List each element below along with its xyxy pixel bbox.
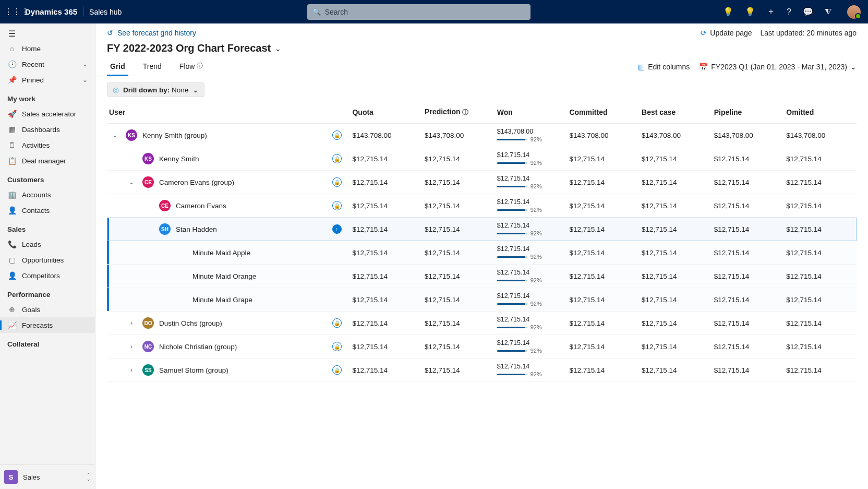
table-row[interactable]: Minute Maid Grape $12,715.14 $12,715.14 … (107, 288, 857, 312)
chat-icon[interactable]: 💬 (803, 7, 813, 17)
expand-icon[interactable]: ⌄ (126, 178, 137, 186)
lock-icon[interactable]: 🔒 (332, 365, 342, 375)
sidebar-item[interactable]: 🚀Sales accelerator (0, 106, 95, 122)
column-header[interactable]: Omitted (784, 102, 857, 124)
table-row[interactable]: ⌄CECameron Evans (group) 🔒 $12,715.14 $1… (107, 171, 857, 194)
period-selector[interactable]: 📅FY2023 Q1 (Jan 01, 2023 - Mar 31, 2023)… (699, 63, 857, 71)
sidebar-item[interactable]: 🏢Accounts (0, 187, 95, 202)
table-row[interactable]: Minute Maid Apple $12,715.14 $12,715.14 … (107, 241, 857, 265)
tab-flow[interactable]: Flowⓘ (176, 57, 207, 76)
row-name: Minute Maid Grape (192, 296, 252, 304)
expand-icon[interactable]: › (126, 366, 137, 374)
cell-bestcase: $12,715.14 (640, 265, 712, 288)
lock-icon[interactable]: 🔒 (332, 130, 342, 140)
sidebar-item[interactable]: ▢Opportunities (0, 252, 95, 268)
global-search[interactable]: 🔍 (307, 4, 531, 20)
table-row[interactable]: ›DODustin Ochs (group) 🔒 $12,715.14 $12,… (107, 312, 857, 335)
column-header[interactable]: Prediction ⓘ (423, 102, 495, 124)
history-link[interactable]: ↺ See forecast grid history (107, 29, 196, 37)
cell-committed: $12,715.14 (567, 288, 640, 312)
expand-icon[interactable]: › (126, 343, 137, 350)
cell-pipeline: $12,715.14 (712, 194, 785, 218)
info-icon: ⓘ (462, 109, 468, 116)
lock-icon[interactable]: 🔒 (332, 342, 342, 351)
nav-icon: 🏢 (7, 190, 17, 199)
table-row[interactable]: Minute Maid Orange $12,715.14 $12,715.14… (107, 265, 857, 288)
nav-label: Leads (22, 241, 41, 248)
column-header[interactable]: Best case (640, 102, 712, 124)
cell-pipeline: $12,715.14 (712, 359, 785, 382)
cell-omitted: $143,708.00 (784, 124, 857, 147)
tab-grid[interactable]: Grid (107, 58, 128, 76)
chevron-down-icon: ⌄ (82, 61, 88, 68)
lock-icon[interactable]: 🔒 (332, 201, 342, 210)
sidebar-item[interactable]: 🗒Activities (0, 137, 95, 153)
lock-icon[interactable]: 🔒 (332, 154, 342, 163)
row-name: Samuel Storm (group) (159, 366, 228, 374)
app-launcher-icon[interactable]: ⋮⋮⋮ (4, 7, 25, 17)
tab-label: Flow (179, 62, 195, 70)
table-row[interactable]: SHStan Hadden ↑ $12,715.14 $12,715.14 $1… (107, 218, 857, 241)
cell-omitted: $12,715.14 (784, 335, 857, 359)
sidebar-item[interactable]: 👤Contacts (0, 202, 95, 218)
nav-recent[interactable]: 🕓Recent⌄ (0, 56, 95, 72)
search-icon: 🔍 (312, 8, 321, 16)
table-row[interactable]: ›NCNichole Christian (group) 🔒 $12,715.1… (107, 335, 857, 359)
cell-prediction: $12,715.14 (423, 218, 495, 241)
area-badge: S (4, 470, 18, 484)
cell-bestcase: $12,715.14 (640, 359, 712, 382)
table-row[interactable]: KSKenny Smith 🔒 $12,715.14 $12,715.14 $1… (107, 147, 857, 171)
hamburger-icon[interactable]: ☰ (8, 29, 16, 38)
help-icon[interactable]: ? (787, 7, 791, 17)
target-icon: ◎ (113, 86, 119, 94)
nav-icon: 📞 (7, 240, 17, 248)
table-row[interactable]: CECameron Evans 🔒 $12,715.14 $12,715.14 … (107, 194, 857, 218)
column-header[interactable]: User (107, 102, 330, 124)
column-header[interactable]: Quota (350, 102, 423, 124)
expand-icon[interactable]: › (126, 319, 137, 327)
cell-prediction: $12,715.14 (423, 171, 495, 194)
cell-quota: $12,715.14 (350, 359, 423, 382)
add-icon[interactable]: ＋ (767, 6, 775, 17)
column-header[interactable]: Won (495, 102, 568, 124)
column-header[interactable] (330, 102, 351, 124)
assistant-icon[interactable]: 💡 (745, 7, 755, 17)
sidebar-item[interactable]: 👤Competitors (0, 268, 95, 283)
cell-pipeline: $12,715.14 (712, 218, 785, 241)
row-name: Kenny Smith (group) (142, 132, 207, 139)
nav-pinned[interactable]: 📌Pinned⌄ (0, 72, 95, 88)
sidebar-item[interactable]: ⊕Goals (0, 302, 95, 317)
table-row[interactable]: ⌄KSKenny Smith (group) 🔒 $143,708.00 $14… (107, 124, 857, 147)
sidebar-item[interactable]: ▦Dashboards (0, 122, 95, 137)
column-header[interactable]: Pipeline (712, 102, 785, 124)
table-row[interactable]: ›SSSamuel Storm (group) 🔒 $12,715.14 $12… (107, 359, 857, 382)
lightbulb-icon[interactable]: 💡 (723, 7, 733, 17)
page-title-row[interactable]: FY 2022-2023 Org Chart Forecast ⌄ (95, 40, 868, 57)
cell-won: $12,715.1492% (497, 363, 565, 377)
edit-columns-button[interactable]: ▥Edit columns (638, 63, 690, 71)
nav-icon: ▦ (7, 125, 17, 134)
column-header[interactable]: Committed (567, 102, 640, 124)
search-input[interactable] (325, 8, 525, 16)
nav-label: Activities (22, 141, 50, 149)
sidebar-item[interactable]: 📈Forecasts (0, 317, 95, 333)
area-switcher[interactable]: S Sales ⌃⌄ (0, 464, 95, 489)
lock-icon[interactable]: 🔒 (332, 177, 342, 187)
filter-icon[interactable]: ⧨ (825, 7, 831, 17)
nav-home[interactable]: ⌂Home (0, 41, 95, 56)
expand-icon[interactable]: ⌄ (109, 132, 120, 139)
upload-icon[interactable]: ↑ (332, 224, 342, 234)
area-label: Sales (23, 473, 40, 481)
cell-bestcase: $12,715.14 (640, 171, 712, 194)
sidebar-item[interactable]: 📋Deal manager (0, 153, 95, 169)
cell-prediction: $12,715.14 (423, 359, 495, 382)
lock-icon[interactable]: 🔒 (332, 318, 342, 328)
drilldown-selector[interactable]: ◎ Drill down by: None ⌄ (107, 82, 204, 97)
update-page-button[interactable]: ⟳ Update page (701, 29, 752, 37)
user-avatar[interactable] (847, 5, 861, 19)
cell-prediction: $12,715.14 (423, 241, 495, 265)
cell-won: $12,715.1492% (497, 175, 565, 189)
sidebar-item[interactable]: 📞Leads (0, 236, 95, 252)
cell-pipeline: $12,715.14 (712, 312, 785, 335)
tab-trend[interactable]: Trend (140, 58, 165, 76)
